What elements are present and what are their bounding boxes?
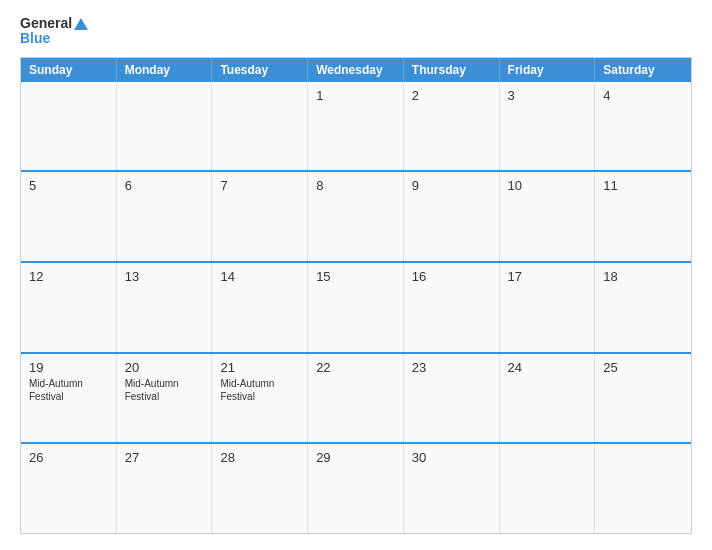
- day-of-week-sunday: Sunday: [21, 58, 117, 82]
- calendar-cell-w5-d3: 28: [212, 444, 308, 533]
- day-number: 18: [603, 269, 683, 284]
- calendar-week-1: 1234: [21, 82, 691, 173]
- calendar-cell-w3-d7: 18: [595, 263, 691, 352]
- day-number: 13: [125, 269, 204, 284]
- calendar-cell-w1-d4: 1: [308, 82, 404, 171]
- day-number: 14: [220, 269, 299, 284]
- day-of-week-tuesday: Tuesday: [212, 58, 308, 82]
- page-header: General Blue: [20, 16, 692, 47]
- calendar-cell-w2-d2: 6: [117, 172, 213, 261]
- day-number: 9: [412, 178, 491, 193]
- calendar-cell-w1-d2: [117, 82, 213, 171]
- day-number: 2: [412, 88, 491, 103]
- day-number: 30: [412, 450, 491, 465]
- calendar-cell-w4-d4: 22: [308, 354, 404, 443]
- calendar-cell-w5-d1: 26: [21, 444, 117, 533]
- calendar-cell-w2-d6: 10: [500, 172, 596, 261]
- calendar-cell-w4-d7: 25: [595, 354, 691, 443]
- day-number: 27: [125, 450, 204, 465]
- calendar-cell-w2-d7: 11: [595, 172, 691, 261]
- calendar-cell-w5-d5: 30: [404, 444, 500, 533]
- calendar-cell-w4-d5: 23: [404, 354, 500, 443]
- calendar-cell-w4-d6: 24: [500, 354, 596, 443]
- day-number: 8: [316, 178, 395, 193]
- day-number: 25: [603, 360, 683, 375]
- day-number: 22: [316, 360, 395, 375]
- day-number: 3: [508, 88, 587, 103]
- day-number: 4: [603, 88, 683, 103]
- calendar-cell-w5-d4: 29: [308, 444, 404, 533]
- event-label: Mid-Autumn Festival: [29, 377, 108, 403]
- day-of-week-saturday: Saturday: [595, 58, 691, 82]
- day-of-week-friday: Friday: [500, 58, 596, 82]
- day-number: 26: [29, 450, 108, 465]
- calendar-cell-w3-d3: 14: [212, 263, 308, 352]
- calendar-cell-w4-d3: 21Mid-Autumn Festival: [212, 354, 308, 443]
- calendar-cell-w1-d1: [21, 82, 117, 171]
- calendar-week-5: 2627282930: [21, 444, 691, 533]
- calendar-cell-w3-d5: 16: [404, 263, 500, 352]
- day-number: 17: [508, 269, 587, 284]
- calendar-cell-w2-d5: 9: [404, 172, 500, 261]
- day-number: 16: [412, 269, 491, 284]
- calendar-cell-w1-d7: 4: [595, 82, 691, 171]
- calendar-cell-w5-d6: [500, 444, 596, 533]
- calendar-cell-w5-d2: 27: [117, 444, 213, 533]
- calendar-page: General Blue SundayMondayTuesdayWednesda…: [0, 0, 712, 550]
- day-number: 24: [508, 360, 587, 375]
- calendar-week-2: 567891011: [21, 172, 691, 263]
- day-number: 5: [29, 178, 108, 193]
- logo: General Blue: [20, 16, 88, 47]
- calendar-cell-w4-d1: 19Mid-Autumn Festival: [21, 354, 117, 443]
- day-number: 6: [125, 178, 204, 193]
- calendar-week-4: 19Mid-Autumn Festival20Mid-Autumn Festiv…: [21, 354, 691, 445]
- day-of-week-wednesday: Wednesday: [308, 58, 404, 82]
- day-number: 12: [29, 269, 108, 284]
- day-number: 21: [220, 360, 299, 375]
- logo-general-text: General: [20, 16, 88, 31]
- day-number: 28: [220, 450, 299, 465]
- calendar-cell-w1-d5: 2: [404, 82, 500, 171]
- day-number: 1: [316, 88, 395, 103]
- calendar-cell-w2-d4: 8: [308, 172, 404, 261]
- calendar-cell-w3-d6: 17: [500, 263, 596, 352]
- calendar-body: 12345678910111213141516171819Mid-Autumn …: [21, 82, 691, 533]
- calendar-cell-w3-d1: 12: [21, 263, 117, 352]
- calendar-cell-w3-d4: 15: [308, 263, 404, 352]
- day-of-week-monday: Monday: [117, 58, 213, 82]
- day-number: 10: [508, 178, 587, 193]
- day-number: 29: [316, 450, 395, 465]
- calendar-cell-w2-d3: 7: [212, 172, 308, 261]
- calendar-cell-w4-d2: 20Mid-Autumn Festival: [117, 354, 213, 443]
- day-number: 20: [125, 360, 204, 375]
- logo-triangle-icon: [74, 18, 88, 30]
- calendar-cell-w3-d2: 13: [117, 263, 213, 352]
- event-label: Mid-Autumn Festival: [125, 377, 204, 403]
- calendar-cell-w5-d7: [595, 444, 691, 533]
- day-of-week-thursday: Thursday: [404, 58, 500, 82]
- day-number: 11: [603, 178, 683, 193]
- calendar-cell-w2-d1: 5: [21, 172, 117, 261]
- day-number: 7: [220, 178, 299, 193]
- day-number: 15: [316, 269, 395, 284]
- calendar-cell-w1-d3: [212, 82, 308, 171]
- calendar-grid: SundayMondayTuesdayWednesdayThursdayFrid…: [20, 57, 692, 534]
- calendar-week-3: 12131415161718: [21, 263, 691, 354]
- calendar-cell-w1-d6: 3: [500, 82, 596, 171]
- event-label: Mid-Autumn Festival: [220, 377, 299, 403]
- day-number: 19: [29, 360, 108, 375]
- day-number: 23: [412, 360, 491, 375]
- logo-blue-text: Blue: [20, 31, 88, 46]
- calendar-header-row: SundayMondayTuesdayWednesdayThursdayFrid…: [21, 58, 691, 82]
